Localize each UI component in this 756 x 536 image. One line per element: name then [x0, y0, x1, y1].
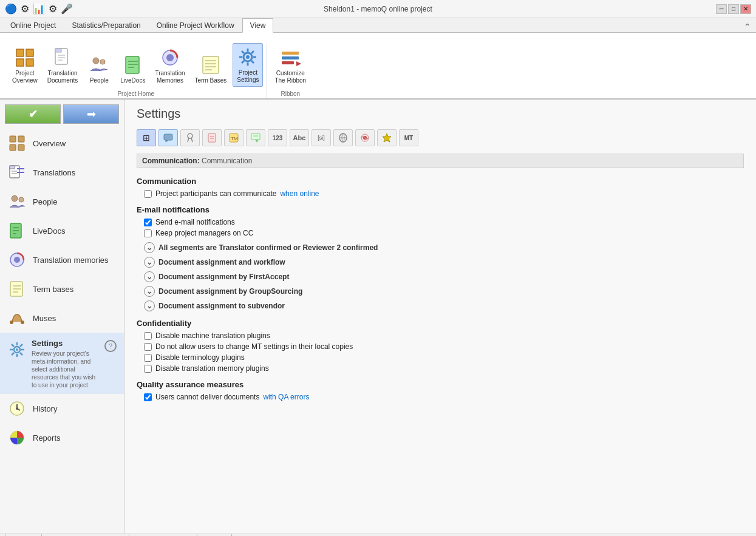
ribbon-item-customize[interactable]: CustomizeThe Ribbon [271, 44, 310, 87]
sidebar-item-overview[interactable]: Overview [0, 129, 124, 158]
collapsible-item-0[interactable]: ⌄ All segments are Translator confirmed … [144, 242, 744, 253]
checkbox-disable-mt-input[interactable] [144, 332, 152, 340]
tab-online-project[interactable]: Online Project [2, 18, 64, 32]
sidebar-item-settings[interactable]: Settings Review your project's meta-info… [0, 333, 124, 394]
translation-docs-icon [52, 47, 73, 69]
svg-point-46 [12, 195, 18, 202]
communicate-link[interactable]: when online [280, 189, 319, 198]
checkbox-communicate-input[interactable] [144, 190, 152, 198]
checkbox-disable-tm-plugins-label: Disable translation memory plugins [155, 364, 269, 373]
collapsible-label-0: All segments are Translator confirmed or… [158, 243, 378, 252]
ribbon-collapse-icon[interactable]: ⌃ [744, 22, 751, 32]
qa-errors-link[interactable]: with QA errors [263, 393, 309, 401]
settings-toolbar-btn-5[interactable] [246, 129, 265, 146]
svg-line-69 [12, 353, 14, 355]
checkbox-qa-errors[interactable]: Users cannot deliver documents with QA e… [144, 393, 744, 401]
nav-btn-green[interactable]: ✔ [5, 104, 61, 124]
minimize-button[interactable]: ─ [716, 4, 727, 14]
checkbox-keep-managers-cc[interactable]: Keep project managers on CC [144, 229, 744, 237]
settings-toolbar-btn-12[interactable]: MT [399, 129, 418, 146]
settings-toolbar-btn-8[interactable]: [si] [312, 129, 331, 146]
nav-btn-blue[interactable]: ➡ [63, 104, 119, 124]
svg-point-59 [21, 321, 24, 324]
settings-toolbar-btn-0[interactable]: ⊞ [137, 129, 156, 146]
svg-line-78 [191, 138, 192, 142]
collapsible-item-4[interactable]: ⌄ Document assignment to subvendor [144, 300, 744, 311]
tab-view[interactable]: View [242, 18, 274, 33]
main-layout: ✔ ➡ Overview Translations People L [0, 100, 756, 534]
checkbox-disable-mt[interactable]: Disable machine translation plugins [144, 331, 744, 340]
ribbon-item-label: TranslationDocuments [47, 70, 78, 84]
status-bar: Server: User name: monikaskon Project: S… [0, 534, 756, 536]
title-bar: 🔵 ⚙ 📊 ⚙ 🎤 Sheldon1 - memoQ online projec… [0, 0, 756, 18]
collapse-icon-2: ⌄ [144, 271, 155, 282]
checkbox-no-change-mt-label: Do not allow users to change MT settings… [155, 342, 353, 351]
reports-icon [7, 428, 27, 447]
checkbox-qa-errors-input[interactable] [144, 393, 152, 401]
help-icon[interactable]: ? [104, 340, 117, 352]
ribbon-group-project-home: ProjectOverview TranslationDocuments Peo… [5, 43, 267, 98]
checkbox-send-email[interactable]: Send e-mail notifications [144, 218, 744, 226]
sidebar-item-reports[interactable]: Reports [0, 423, 124, 452]
collapsible-item-1[interactable]: ⌄ Document assignment and workflow [144, 257, 744, 268]
sidebar-nav-buttons: ✔ ➡ [0, 100, 124, 129]
maximize-button[interactable]: □ [728, 4, 739, 14]
sidebar-item-label: Term bases [33, 285, 73, 294]
sidebar-item-label: Muses [33, 314, 56, 323]
ribbon-item-translation-memories[interactable]: TranslationMemories [151, 44, 188, 87]
sidebar-item-history[interactable]: History [0, 394, 124, 423]
ribbon-item-term-bases[interactable]: Term Bases [191, 52, 231, 87]
settings-toolbar-btn-9[interactable] [333, 129, 353, 146]
svg-point-61 [16, 348, 18, 351]
checkbox-disable-tm-plugins[interactable]: Disable translation memory plugins [144, 364, 744, 373]
ribbon-group-items: CustomizeThe Ribbon [271, 44, 310, 87]
sidebar-item-translation-memories[interactable]: Translation memories [0, 245, 124, 274]
checkbox-disable-tm-plugins-input[interactable] [144, 365, 152, 373]
svg-line-66 [12, 344, 14, 347]
people-icon [88, 54, 110, 76]
ribbon-item-translation-docs[interactable]: TranslationDocuments [44, 44, 82, 87]
svg-rect-34 [282, 61, 294, 64]
settings-toolbar-btn-7[interactable]: Abc [290, 129, 309, 146]
close-button[interactable]: ✕ [740, 4, 751, 14]
ribbon-item-project-overview[interactable]: ProjectOverview [9, 44, 41, 87]
svg-line-29 [251, 61, 254, 63]
checkbox-disable-terminology[interactable]: Disable terminology plugins [144, 353, 744, 362]
sidebar-item-translations[interactable]: Translations [0, 158, 124, 187]
livedocs-sidebar-icon [7, 221, 27, 240]
term-bases-sidebar-icon [7, 279, 27, 299]
checkbox-send-email-input[interactable] [144, 219, 152, 226]
collapsible-item-2[interactable]: ⌄ Document assignment by FirstAccept [144, 271, 744, 282]
settings-toolbar-btn-1[interactable] [158, 129, 178, 146]
settings-toolbar-btn-6[interactable]: 123 [268, 129, 287, 146]
settings-toolbar-btn-10[interactable] [355, 129, 375, 146]
checkbox-disable-terminology-input[interactable] [144, 354, 152, 362]
window-controls[interactable]: ─ □ ✕ [716, 4, 751, 14]
sidebar-item-label: Reports [33, 433, 61, 443]
tab-workflow[interactable]: Online Project Workflow [149, 18, 242, 32]
sidebar-item-label: People [33, 197, 57, 206]
checkbox-communicate-online[interactable]: Project participants can communicate whe… [144, 189, 744, 198]
sidebar-item-term-bases[interactable]: Term bases [0, 274, 124, 304]
tab-statistics[interactable]: Statistics/Preparation [64, 18, 148, 32]
collapsible-item-3[interactable]: ⌄ Document assignment by GroupSourcing [144, 286, 744, 297]
settings-toolbar-btn-4[interactable]: TM [224, 129, 243, 146]
svg-rect-84 [251, 134, 260, 140]
checkbox-no-change-mt[interactable]: Do not allow users to change MT settings… [144, 342, 744, 351]
settings-toolbar-btn-3[interactable] [202, 129, 222, 146]
checkbox-keep-managers-input[interactable] [144, 229, 152, 237]
sidebar-item-muses[interactable]: Muses [0, 304, 124, 333]
sidebar-item-people[interactable]: People [0, 187, 124, 216]
checkbox-no-change-mt-input[interactable] [144, 343, 152, 351]
settings-toolbar-btn-11[interactable] [377, 129, 397, 146]
sidebar-item-livedocs[interactable]: LiveDocs [0, 216, 124, 245]
svg-rect-36 [10, 136, 16, 142]
settings-sidebar-icon [7, 340, 27, 359]
settings-toolbar-btn-2[interactable] [180, 129, 200, 146]
svg-rect-39 [18, 144, 24, 151]
ribbon-item-project-settings[interactable]: ProjectSettings [233, 43, 263, 87]
ribbon-item-people[interactable]: People [84, 52, 114, 87]
collapse-icon-3: ⌄ [144, 286, 155, 297]
ribbon-item-livedocs[interactable]: LiveDocs [117, 52, 149, 87]
ribbon-tabs-bar: Online Project Statistics/Preparation On… [0, 18, 756, 33]
